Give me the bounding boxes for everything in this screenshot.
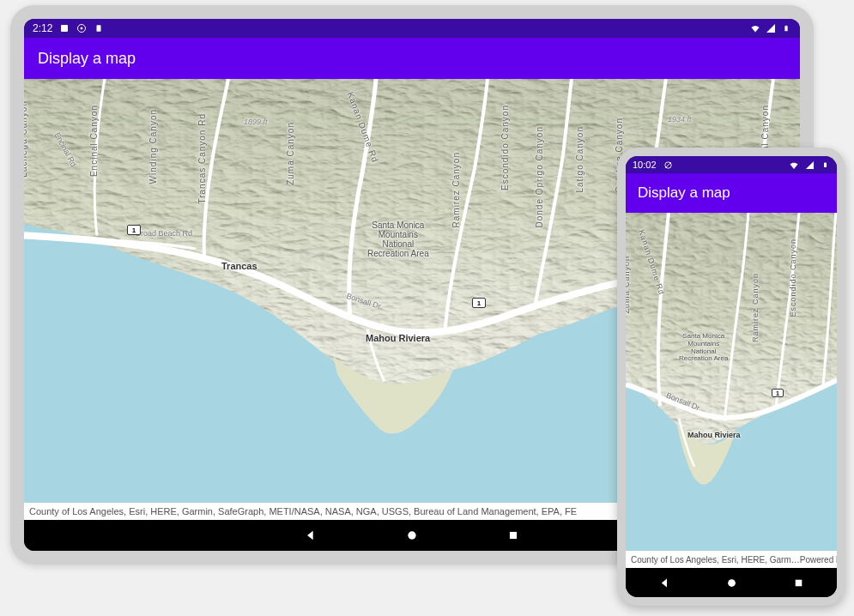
route-shield-1: 1 — [772, 389, 784, 397]
route-shield-1a: 1 — [127, 225, 141, 235]
nav-back-button[interactable] — [303, 528, 318, 543]
attribution-text: County of Los Angeles, Esri, HERE, Garmi… — [29, 506, 577, 516]
map-svg — [626, 213, 837, 551]
svg-rect-3 — [97, 25, 101, 32]
battery-icon — [781, 23, 791, 33]
svg-rect-8 — [510, 532, 517, 539]
app-title: Display a map — [38, 50, 136, 68]
svg-line-10 — [665, 162, 670, 167]
card-icon — [94, 23, 104, 33]
app-title: Display a map — [638, 184, 730, 202]
location-icon — [76, 23, 87, 33]
phone-device-frame: 10:02 Display a map — [617, 148, 845, 606]
attribution-bar: County of Los Angeles, Esri, HERE, Garm…… — [626, 551, 837, 568]
status-left: 2:12 — [33, 22, 104, 34]
phone-screen: 10:02 Display a map — [626, 156, 837, 597]
svg-point-7 — [408, 531, 415, 539]
svg-point-2 — [81, 27, 82, 29]
signal-icon — [766, 23, 776, 33]
svg-rect-4 — [784, 26, 787, 31]
nav-recents-button[interactable] — [506, 528, 521, 543]
wifi-icon — [750, 23, 760, 33]
status-bar: 2:12 — [24, 19, 800, 38]
app-bar: Display a map — [626, 173, 837, 213]
battery-icon — [820, 160, 830, 170]
status-time: 2:12 — [33, 22, 52, 34]
status-right — [750, 23, 791, 33]
svg-rect-0 — [61, 25, 68, 32]
no-location-icon — [663, 160, 674, 170]
wifi-icon — [789, 160, 799, 170]
status-right — [789, 160, 830, 170]
svg-rect-15 — [795, 579, 802, 586]
nav-home-button[interactable] — [724, 575, 739, 590]
status-time: 10:02 — [633, 160, 657, 170]
signal-icon — [804, 160, 815, 170]
svg-point-14 — [728, 579, 736, 587]
attribution-powered[interactable]: Powered by Esri — [800, 555, 837, 565]
svg-rect-11 — [824, 163, 827, 167]
app-bar: Display a map — [24, 38, 800, 79]
map-view[interactable]: Mahou Riviera Santa Monica Mountains Nat… — [626, 213, 837, 551]
debug-icon — [59, 23, 70, 33]
svg-rect-5 — [785, 26, 786, 27]
nav-recents-button[interactable] — [790, 575, 806, 590]
nav-bar — [626, 568, 837, 597]
status-bar: 10:02 — [626, 156, 837, 173]
attribution-text: County of Los Angeles, Esri, HERE, Garm… — [631, 555, 800, 565]
route-shield-1b: 1 — [472, 298, 486, 308]
nav-back-button[interactable] — [657, 575, 672, 590]
svg-rect-12 — [824, 162, 825, 163]
status-left: 10:02 — [633, 160, 674, 170]
nav-home-button[interactable] — [404, 528, 420, 543]
